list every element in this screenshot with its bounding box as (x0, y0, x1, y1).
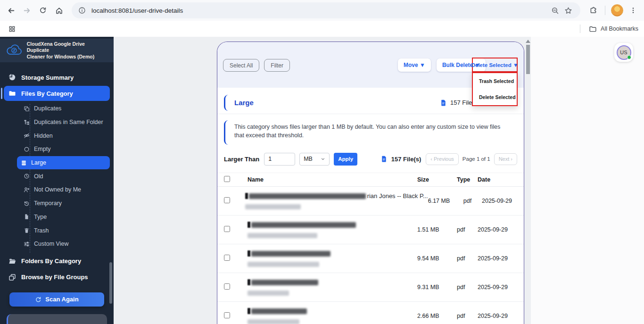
row-checkbox[interactable] (224, 226, 230, 232)
row-checkbox[interactable] (224, 283, 230, 290)
content-card: Select All Filter Move ▼ Bulk Delete ▼ D… (217, 42, 524, 324)
folder-icon (8, 90, 16, 97)
sidebar-item-empty[interactable]: Empty (20, 142, 110, 156)
file-date: 2025-09-29 (478, 313, 517, 319)
category-info: This category shows files larger than 1 … (217, 118, 524, 146)
extensions-icon[interactable] (585, 2, 601, 18)
scrollbar-up-arrow[interactable] (526, 40, 530, 43)
select-all-button[interactable]: Select All (223, 59, 259, 72)
column-type: Type (457, 176, 478, 183)
menu-item-trash-selected[interactable]: Trash Selected (473, 73, 517, 89)
tree-icon (24, 119, 30, 125)
file-name-cell[interactable] (248, 279, 417, 296)
bookmarks-divider (580, 25, 580, 33)
larger-than-label: Larger Than (224, 156, 259, 163)
sidebar-item-browse-by-file-groups[interactable]: Browse by File Groups (4, 270, 110, 285)
pie-chart-icon (8, 74, 16, 81)
trash-icon (24, 227, 30, 233)
zoom-out-icon[interactable] (548, 4, 561, 17)
all-bookmarks[interactable]: All Bookmarks (580, 25, 638, 33)
accent-bar (224, 120, 228, 145)
sliders-icon (24, 241, 30, 247)
column-name: Name (248, 176, 417, 183)
move-button[interactable]: Move ▼ (398, 58, 431, 72)
file-icon (24, 214, 30, 220)
browser-toolbar: localhost:8081/user-drive-details (0, 0, 644, 21)
menu-kebab-icon[interactable] (625, 2, 641, 18)
sidebar-item-custom-view[interactable]: Custom View (20, 237, 110, 251)
table-row: 1.51 MB pdf 2025-09-29 (217, 216, 524, 244)
sidebar-item-not-owned-by-me[interactable]: Not Owned by Me (20, 183, 110, 197)
sidebar-item-temporary[interactable]: Temporary (20, 197, 110, 210)
home-icon[interactable] (51, 2, 67, 18)
file-name-cell[interactable] (248, 307, 417, 324)
eye-off-icon (24, 133, 30, 139)
row-checkbox[interactable] (224, 312, 230, 318)
delete-selected-button[interactable]: Delete Selected ▼ (471, 62, 519, 68)
toolbar-divider (605, 6, 605, 15)
sidebar-item-folders-by-category[interactable]: Folders By Category (4, 254, 110, 269)
apply-button[interactable]: Apply (334, 153, 357, 166)
sidebar-item-trash[interactable]: Trash (20, 224, 110, 237)
menu-item-delete-selected[interactable]: Delete Selected (473, 89, 517, 105)
table-row: 2.66 MB pdf 2025-09-29 (217, 302, 524, 324)
cloudxena-logo-icon (6, 44, 23, 57)
redacted-text (248, 308, 250, 314)
forward-icon[interactable] (19, 2, 35, 18)
sidebar-item-large[interactable]: Large (17, 156, 110, 170)
next-page-button[interactable]: Next › (494, 153, 517, 165)
redacted-text (251, 308, 307, 314)
site-info-icon[interactable] (77, 6, 87, 15)
sidebar-item-storage-summary[interactable]: Storage Summary (4, 70, 110, 85)
user-avatar-button[interactable]: US (614, 43, 633, 62)
sidebar-item-duplicates-same-folder[interactable]: Duplicates in Same Folder (20, 116, 110, 129)
file-date: 2025-09-29 (482, 198, 517, 204)
scan-again-button[interactable]: Scan Again (9, 292, 104, 307)
database-icon (21, 160, 27, 166)
back-icon[interactable] (3, 2, 19, 18)
redacted-text (251, 222, 356, 228)
sidebar-item-old[interactable]: Old (20, 169, 110, 183)
folder-open-icon (8, 258, 16, 265)
right-rail (531, 37, 644, 324)
redacted-text (248, 250, 250, 257)
user-x-icon (24, 187, 30, 193)
size-input[interactable] (264, 153, 295, 166)
select-all-checkbox[interactable] (224, 176, 230, 182)
all-bookmarks-label: All Bookmarks (601, 25, 638, 32)
redacted-path (248, 262, 319, 267)
app-logo-header: CloudXena Google Drive Duplicate Cleaner… (0, 39, 114, 62)
redacted-path (248, 319, 299, 324)
file-name-cell[interactable] (248, 250, 417, 267)
scrollbar-thumb[interactable] (526, 45, 530, 74)
copy-icon (24, 106, 30, 112)
sidebar-item-files-by-category[interactable]: Files By Category (4, 86, 110, 101)
address-bar[interactable]: localhost:8081/user-drive-details (72, 2, 580, 18)
redacted-text (251, 251, 330, 257)
sidebar-scrollbar-thumb[interactable] (109, 262, 112, 304)
sidebar-item-type[interactable]: Type (20, 210, 110, 224)
row-checkbox[interactable] (224, 255, 230, 261)
table-row: 9.54 MB pdf 2025-09-29 (217, 244, 524, 273)
redacted-text (249, 193, 366, 199)
unit-select[interactable]: MB (299, 153, 330, 166)
file-size: 1.51 MB (417, 226, 457, 233)
file-size: 6.17 MB (428, 198, 463, 204)
layers-icon (8, 274, 16, 281)
clock-icon (24, 173, 30, 179)
page-indicator: Page 1 of 1 (462, 156, 490, 162)
filter-button[interactable]: Filter (264, 59, 290, 72)
page-scrollbar[interactable] (525, 39, 530, 324)
row-checkbox[interactable] (224, 197, 230, 203)
url-text[interactable]: localhost:8081/user-drive-details (91, 7, 183, 14)
file-name-cell[interactable] (248, 221, 417, 238)
file-name-cell[interactable]: rian Jones -- Black P... (245, 192, 428, 209)
apps-grid-icon[interactable] (6, 23, 18, 35)
previous-page-button[interactable]: ‹ Previous (426, 153, 459, 165)
sidebar-item-hidden[interactable]: Hidden (20, 129, 110, 142)
bookmark-star-icon[interactable] (561, 4, 575, 17)
reload-icon[interactable] (35, 2, 51, 18)
redacted-path (248, 233, 317, 238)
browser-profile-avatar[interactable] (611, 4, 623, 17)
sidebar-item-duplicates[interactable]: Duplicates (20, 102, 110, 116)
